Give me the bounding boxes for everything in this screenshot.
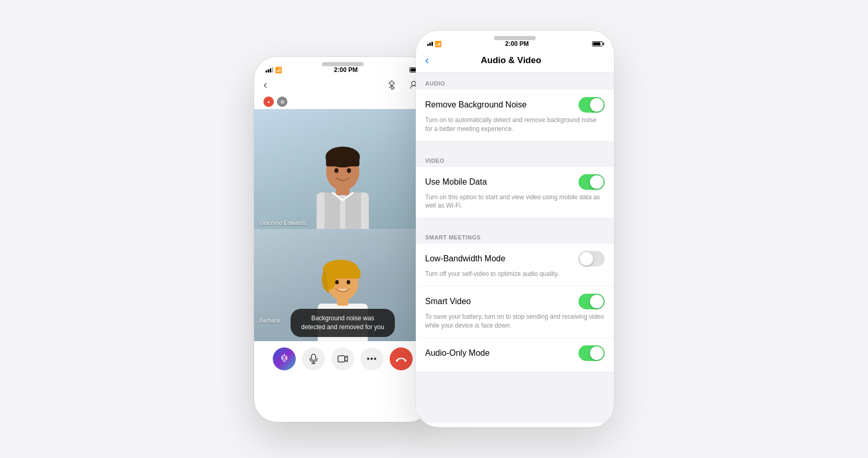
back-button[interactable]: ‹ [263,78,267,92]
smart-meetings-section-label: SMART MEETINGS [416,227,614,244]
settings-icon: ⚙ [277,97,287,107]
svg-point-9 [334,168,339,173]
settings-content: AUDIO Remove Background Noise Turn on to… [416,73,614,423]
low-bandwidth-label: Low-Bandwidth Mode [425,254,505,263]
svg-point-17 [335,280,339,284]
video-settings-card: Use Mobile Data Turn on this option to s… [416,167,614,218]
status-left: 📶 [266,67,282,74]
video-button[interactable] [331,347,354,370]
remove-bg-noise-label: Remove Background Noise [425,100,527,110]
video-grid: Giacomo Edwards 🎤 [254,109,431,341]
use-mobile-data-toggle[interactable] [578,174,605,190]
smart-video-row: Smart Video To save your battery, turn o… [416,286,614,338]
svg-rect-3 [324,192,340,229]
section-gap-1 [416,141,614,150]
participant2-name: Barbara [259,317,280,323]
svg-point-18 [347,280,351,284]
svg-point-0 [412,81,416,86]
phone2-battery-icon [592,41,602,46]
video-bottom-participant: Barbara 🎤 Background noise was detected … [254,229,431,341]
smart-video-label: Smart Video [425,297,471,306]
ai-assistant-button[interactable] [273,347,296,370]
phone2-notch [494,36,536,40]
more-options-button[interactable]: ••• [360,347,383,370]
phone1-notch [322,62,364,66]
use-mobile-data-desc: Turn on this option to start and view vi… [425,193,605,211]
end-call-button[interactable] [390,347,413,370]
low-bandwidth-desc: Turn off your self-video to optimize aud… [425,270,605,279]
phone1-video-call: 📶 2:00 PM ‹ [254,57,431,422]
svg-rect-28 [338,356,345,362]
audio-settings-card: Remove Background Noise Turn on to autom… [416,90,614,141]
scene: 📶 2:00 PM ‹ [199,20,669,438]
call-controls: ••• [254,341,431,381]
svg-point-10 [347,168,351,173]
phone1-toolbar: ‹ [254,77,431,95]
video-top-participant: Giacomo Edwards 🎤 [254,109,431,229]
svg-point-24 [284,354,285,355]
man-avatar [254,109,431,229]
svg-rect-4 [345,192,361,229]
phone2-settings: 📶 2:00 PM ‹ Audio & Video AUDIO Remove B… [416,31,614,427]
video-section-label: VIDEO [416,150,614,167]
audio-only-mode-toggle[interactable] [578,345,605,361]
svg-rect-25 [311,354,316,360]
microphone-button[interactable] [302,347,325,370]
bluetooth-button[interactable] [384,78,399,92]
phone2-signal-bars-icon [427,42,433,46]
settings-back-button[interactable]: ‹ [425,54,429,67]
low-bandwidth-row: Low-Bandwidth Mode Turn off your self-vi… [416,244,614,286]
phone2-wifi-icon: 📶 [435,41,442,47]
section-gap-2 [416,218,614,227]
smart-video-desc: To save your battery, turn on to stop se… [425,312,605,330]
participant1-name: Giacomo Edwards [259,220,306,226]
smart-video-toggle[interactable] [578,294,605,309]
settings-title: Audio & Video [435,55,587,66]
use-mobile-data-row: Use Mobile Data Turn on this option to s… [416,167,614,218]
low-bandwidth-toggle[interactable] [578,251,605,267]
phone1-status-bar: 📶 2:00 PM [254,57,431,77]
smart-meetings-settings-card: Low-Bandwidth Mode Turn off your self-vi… [416,244,614,371]
svg-rect-8 [326,157,359,166]
audio-only-mode-label: Audio-Only Mode [425,348,490,358]
remove-bg-noise-desc: Turn on to automatically detect and remo… [425,116,605,134]
audio-section-label: AUDIO [416,73,614,90]
audio-only-mode-row: Audio-Only Mode [416,338,614,371]
phone2-time: 2:00 PM [505,40,528,47]
noise-removed-toast: Background noise was detected and remove… [291,309,395,337]
wifi-icon: 📶 [275,67,282,74]
phone2-nav: ‹ Audio & Video [416,52,614,73]
signal-bars-icon [266,67,273,73]
remove-bg-noise-row: Remove Background Noise Turn on to autom… [416,90,614,141]
phone1-time: 2:00 PM [334,66,357,74]
record-indicator: ● [263,97,274,107]
phone2-status-bar: 📶 2:00 PM [416,31,614,52]
recording-bar: ● ⚙ [254,95,431,109]
remove-bg-noise-toggle[interactable] [578,97,605,113]
use-mobile-data-label: Use Mobile Data [425,177,487,187]
phone2-status-right [592,41,602,46]
phone2-status-left: 📶 [427,41,442,47]
